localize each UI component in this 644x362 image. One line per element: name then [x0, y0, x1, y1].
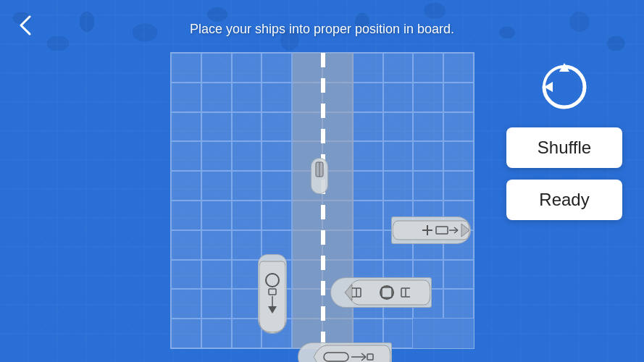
grid-cell: [413, 171, 443, 201]
grid-cell: [232, 201, 262, 230]
grid-cell: [413, 112, 443, 142]
grid-cell: [171, 141, 201, 171]
ship-2[interactable]: [391, 216, 471, 244]
grid-cell: [353, 141, 383, 171]
ship-5[interactable]: [298, 342, 392, 362]
grid-cell: [353, 171, 383, 201]
grid-cell: [201, 83, 232, 112]
grid-cell: [443, 112, 474, 142]
ship-3[interactable]: [258, 254, 287, 334]
shuffle-button[interactable]: Shuffle: [506, 127, 622, 168]
ship-4[interactable]: [330, 277, 432, 308]
grid-cell: [443, 289, 474, 319]
grid-cell: [383, 83, 414, 112]
grid-cell: [171, 53, 201, 83]
lane-dashes: [321, 53, 325, 348]
ready-button[interactable]: Ready: [506, 180, 622, 220]
grid-cell: [262, 83, 292, 112]
instruction-text: Place your ships into proper position in…: [190, 22, 454, 37]
grid-cell: [201, 53, 232, 83]
grid-cell: [383, 112, 414, 142]
grid-cell: [171, 260, 201, 290]
grid-cell: [353, 201, 383, 230]
grid-cell: [443, 83, 474, 112]
right-panel: Shuffle Ready: [506, 58, 622, 220]
board-grid: [170, 52, 474, 349]
grid-cell: [383, 53, 414, 83]
grid-cell: [383, 171, 414, 201]
grid-cell: [443, 260, 474, 290]
grid-cell: [383, 141, 414, 171]
svg-marker-13: [345, 285, 352, 300]
grid-cell: [353, 230, 383, 260]
grid-cell: [232, 141, 262, 171]
grid-cell: [232, 171, 262, 201]
rotate-button[interactable]: [535, 58, 593, 116]
grid-cell: [353, 112, 383, 142]
grid-cell: [262, 201, 292, 230]
grid-cell: [443, 171, 474, 201]
grid-cell: [262, 53, 292, 83]
grid-cell: [201, 289, 232, 319]
back-button[interactable]: [11, 11, 40, 40]
grid-cell: [201, 260, 232, 290]
grid-cell: [201, 230, 232, 260]
grid-cell: [232, 53, 262, 83]
grid-cell: [353, 83, 383, 112]
grid-cell: [413, 83, 443, 112]
grid-cell: [232, 112, 262, 142]
grid-cell: [171, 319, 201, 348]
grid-cell: [232, 319, 262, 348]
grid-cell: [171, 201, 201, 230]
grid-cell: [171, 112, 201, 142]
shuffle-label: Shuffle: [538, 138, 591, 158]
grid-cell: [443, 53, 474, 83]
grid-cell: [171, 289, 201, 319]
grid-cell: [232, 83, 262, 112]
grid-cell: [262, 112, 292, 142]
grid-cell: [262, 141, 292, 171]
grid-cell: [171, 171, 201, 201]
grid-cell: [262, 171, 292, 201]
grid-cell: [201, 319, 232, 348]
grid-cell: [171, 230, 201, 260]
ready-label: Ready: [539, 190, 589, 210]
grid-cell: [232, 230, 262, 260]
grid-cell: [171, 83, 201, 112]
grid-cell: [443, 141, 474, 171]
ship-1[interactable]: [311, 158, 328, 194]
grid-cell: [201, 171, 232, 201]
grid-cell: [201, 201, 232, 230]
grid-cell: [413, 53, 443, 83]
grid-cell: [353, 53, 383, 83]
game-board[interactable]: [170, 52, 474, 349]
grid-cell: [201, 141, 232, 171]
grid-cell: [413, 141, 443, 171]
grid-cell: [201, 112, 232, 142]
